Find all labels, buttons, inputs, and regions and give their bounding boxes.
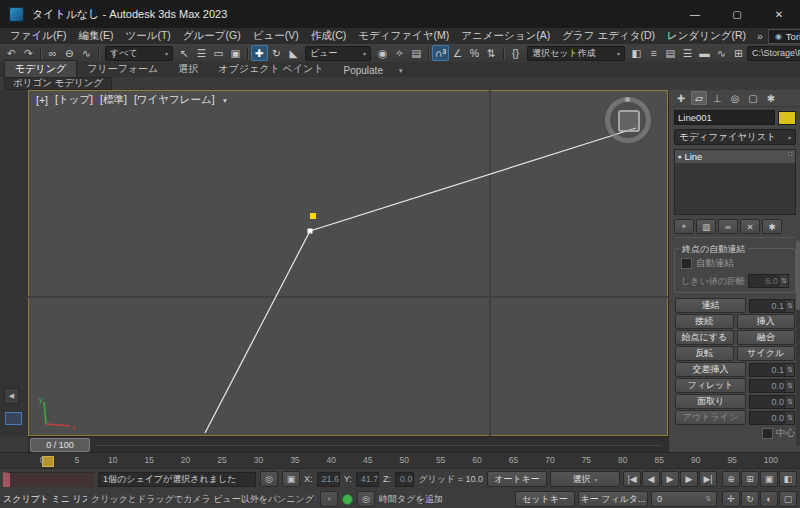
schematic-view-icon[interactable]: ⊞: [730, 45, 747, 61]
modifier-list-dropdown[interactable]: モディファイヤリスト: [674, 129, 796, 145]
ruler-tick[interactable]: 90: [691, 455, 700, 465]
cycle-button[interactable]: サイクル: [737, 346, 796, 361]
selection-lock-icon[interactable]: ▣: [282, 471, 300, 487]
reverse-button[interactable]: 反転: [675, 346, 734, 361]
insert-button[interactable]: 挿入: [737, 314, 796, 329]
spline-line[interactable]: [205, 128, 636, 433]
ruler-tick[interactable]: 85: [655, 455, 664, 465]
utilities-tab[interactable]: ✱: [763, 91, 779, 105]
select-link-icon[interactable]: ∞: [44, 45, 61, 61]
ruler-tick[interactable]: 40: [327, 455, 336, 465]
ruler-tick[interactable]: 30: [254, 455, 263, 465]
angle-snap-icon[interactable]: ∠: [449, 45, 466, 61]
chamfer-spinner[interactable]: 0.0: [749, 395, 795, 409]
connect-button[interactable]: 接続: [675, 314, 734, 329]
tab-populate[interactable]: Populate: [333, 64, 392, 77]
reference-coordinate-dropdown[interactable]: ビュー: [305, 46, 371, 61]
signin-user-button[interactable]: ◉ Tori iPentec: [768, 29, 800, 44]
menu-item[interactable]: 編集(E): [72, 29, 119, 43]
ruler-tick[interactable]: 55: [436, 455, 445, 465]
unlink-icon[interactable]: ⊖: [61, 45, 78, 61]
time-slider-handle[interactable]: 0 / 100: [30, 438, 90, 452]
zoom-all-icon[interactable]: ⊞: [741, 471, 759, 487]
ruler-tick[interactable]: 100: [764, 455, 778, 465]
minimize-button[interactable]: —: [674, 0, 716, 28]
time-slider-track[interactable]: [96, 445, 662, 446]
menu-item[interactable]: アニメーション(A): [455, 29, 556, 43]
tab-object-paint[interactable]: オブジェクト ペイント: [208, 61, 333, 77]
select-object-icon[interactable]: ↖: [176, 45, 193, 61]
ruler-tick[interactable]: 50: [399, 455, 408, 465]
percent-snap-icon[interactable]: %: [466, 45, 483, 61]
ruler-tick[interactable]: 95: [727, 455, 736, 465]
panel-scrollbar[interactable]: [796, 240, 800, 446]
edit-named-sets-icon[interactable]: {}: [507, 45, 524, 61]
tab-freeform[interactable]: フリーフォーム: [77, 61, 168, 77]
ruler-tick[interactable]: 0: [38, 455, 46, 465]
cross-insert-spinner[interactable]: 0.1: [749, 363, 795, 377]
undo-icon[interactable]: ↶: [3, 45, 20, 61]
display-tab[interactable]: ▢: [745, 91, 761, 105]
configure-modifier-icon[interactable]: ✱: [762, 219, 782, 234]
view-cube-face[interactable]: [618, 110, 640, 132]
tab-selection[interactable]: 選択: [168, 61, 208, 77]
viewport-menu-general[interactable]: [+]: [36, 94, 48, 106]
align-icon[interactable]: ≡: [645, 45, 662, 61]
orbit-icon[interactable]: ↻: [741, 491, 759, 507]
scene-explorer-icon[interactable]: ☰: [679, 45, 696, 61]
modify-tab[interactable]: ▱: [691, 91, 707, 105]
object-name-field[interactable]: Line001: [674, 110, 775, 125]
pin-stack-icon[interactable]: ⌖: [674, 219, 694, 234]
auto-weld-checkbox[interactable]: [681, 258, 692, 269]
select-manipulate-icon[interactable]: ✧: [391, 45, 408, 61]
curve-editor-icon[interactable]: ∿: [713, 45, 730, 61]
viewport-menu-pov[interactable]: [トップ]: [55, 93, 93, 107]
outline-button[interactable]: アウトライン: [675, 410, 746, 425]
layout-collapse-button[interactable]: ◀: [4, 388, 19, 404]
ruler-tick[interactable]: 65: [509, 455, 518, 465]
pan-icon[interactable]: ✛: [722, 491, 740, 507]
play-button[interactable]: ▶: [661, 471, 679, 487]
mirror-icon[interactable]: ◧: [628, 45, 645, 61]
create-tab[interactable]: ✚: [673, 91, 689, 105]
ruler-tick[interactable]: 5: [73, 455, 81, 465]
keyboard-override-icon[interactable]: ▤: [408, 45, 425, 61]
ruler-tick[interactable]: 45: [363, 455, 372, 465]
auto-key-button[interactable]: オートキー: [487, 471, 547, 487]
key-filters-button[interactable]: キー フィルタ...: [578, 491, 648, 507]
show-end-result-icon[interactable]: ▥: [696, 219, 716, 234]
macro-recorder-strip[interactable]: [3, 472, 94, 487]
region-rect-icon[interactable]: ▭: [210, 45, 227, 61]
maxscript-listener-label[interactable]: スクリプト ミニ リス: [3, 493, 87, 506]
current-frame-field[interactable]: 0: [651, 491, 717, 507]
adaptive-degradation-icon[interactable]: ▫: [320, 491, 338, 507]
stack-grip-icon[interactable]: ∷: [788, 150, 793, 159]
cross-insert-button[interactable]: 交差挿入: [675, 362, 746, 377]
view-cube[interactable]: [605, 97, 651, 143]
z-coordinate-field[interactable]: 0.0: [395, 472, 414, 487]
ruler-tick[interactable]: 35: [290, 455, 299, 465]
stack-item-line[interactable]: ▪ Line: [675, 150, 795, 163]
menu-item[interactable]: ツール(T): [119, 29, 176, 43]
fuse-button[interactable]: 融合: [737, 330, 796, 345]
spline-vertex-marker[interactable]: [308, 229, 313, 234]
go-to-end-button[interactable]: ▶|: [699, 471, 717, 487]
set-key-button[interactable]: セットキー: [515, 491, 575, 507]
menu-overflow-chevron[interactable]: »: [752, 30, 768, 42]
tab-modeling[interactable]: モデリング: [4, 60, 77, 77]
ribbon-caret-icon[interactable]: ▾: [399, 67, 403, 77]
maximize-button[interactable]: ▢: [716, 0, 758, 28]
viewport-layout-thumbnail[interactable]: [5, 412, 22, 425]
ruler-tick[interactable]: 10: [108, 455, 117, 465]
viewport-top[interactable]: [+] [トップ] [標準] [ワイヤフレーム] ▼ x y: [28, 90, 668, 436]
motion-tab[interactable]: ◎: [727, 91, 743, 105]
ruler-tick[interactable]: 75: [582, 455, 591, 465]
outline-spinner[interactable]: 0.0: [749, 411, 795, 425]
ruler-tick[interactable]: 70: [545, 455, 554, 465]
center-checkbox[interactable]: [762, 428, 773, 439]
selected-vertex-marker[interactable]: [310, 213, 316, 219]
prev-frame-button[interactable]: ◀: [642, 471, 660, 487]
y-coordinate-field[interactable]: 41.794: [356, 472, 379, 487]
fillet-button[interactable]: フィレット: [675, 378, 746, 393]
viewport-menu-style[interactable]: [ワイヤフレーム]: [134, 93, 215, 107]
